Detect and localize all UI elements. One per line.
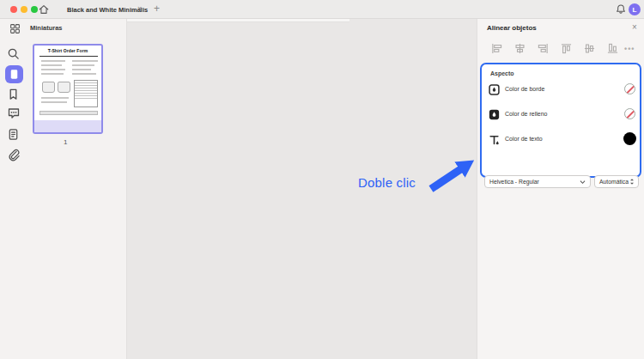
align-objects-panel: Alinear objetos × ••• Aspecto Color de b… xyxy=(477,19,644,359)
thumbnail-document-title: T-Shirt Order Form xyxy=(34,48,101,53)
close-window-button[interactable] xyxy=(10,6,17,13)
align-center-h-icon[interactable] xyxy=(514,42,526,54)
border-color-swatch[interactable] xyxy=(624,83,635,94)
page-thumbnail[interactable]: T-Shirt Order Form xyxy=(33,44,103,134)
align-left-icon[interactable] xyxy=(491,42,503,54)
left-sidebar: Miniaturas T-Shirt Order Form xyxy=(0,19,127,359)
grid-view-icon[interactable] xyxy=(9,23,21,34)
thumbnail-shirt-front xyxy=(42,82,55,93)
font-family-select[interactable]: Helvetica - Regular xyxy=(484,175,591,188)
thumbnail-selection-band xyxy=(34,120,101,132)
comments-icon[interactable] xyxy=(7,106,21,124)
fill-color-swatch[interactable] xyxy=(624,108,635,119)
fill-color-label: Color de relleno xyxy=(505,111,547,117)
font-size-value: Automática xyxy=(599,179,629,185)
pages-icon[interactable] xyxy=(7,128,20,144)
thumbnails-panel-title: Miniaturas xyxy=(30,24,63,32)
bookmarks-icon[interactable] xyxy=(7,88,20,104)
tab-document-title[interactable]: Black and White Minimalis xyxy=(67,6,148,14)
font-dropdown-icon xyxy=(580,180,586,185)
text-color-label: Color de texto xyxy=(505,136,543,142)
align-more-icon[interactable]: ••• xyxy=(624,45,635,53)
text-color-icon xyxy=(489,133,500,144)
align-middle-v-icon[interactable] xyxy=(584,42,596,54)
thumbnails-tab-icon[interactable] xyxy=(5,65,23,83)
user-avatar[interactable]: L xyxy=(629,3,641,15)
align-top-icon[interactable] xyxy=(561,42,573,54)
aspect-title: Aspecto xyxy=(490,70,514,76)
align-bottom-icon[interactable] xyxy=(607,42,619,54)
search-icon[interactable] xyxy=(7,47,20,64)
border-color-icon xyxy=(489,83,500,94)
panel-close-icon[interactable]: × xyxy=(632,22,637,32)
border-color-label: Color de borde xyxy=(505,86,544,92)
thumbnail-shirt-back xyxy=(58,82,70,93)
aspect-panel: Aspecto Color de borde Color de relleno … xyxy=(480,63,641,178)
titlebar: Black and White Minimalis × + L xyxy=(0,0,644,19)
font-size-stepper[interactable]: Automática xyxy=(594,175,639,188)
new-tab-button[interactable]: + xyxy=(154,3,160,15)
zoom-window-button[interactable] xyxy=(31,6,38,13)
notifications-bell-icon[interactable] xyxy=(615,3,627,15)
text-color-swatch[interactable] xyxy=(623,132,636,145)
fill-color-icon xyxy=(489,108,500,119)
minimize-window-button[interactable] xyxy=(21,6,27,13)
stepper-arrows-icon xyxy=(629,177,635,186)
align-right-icon[interactable] xyxy=(538,42,550,54)
pdf-editor-window: Black and White Minimalis × + L Miniatur… xyxy=(0,0,644,359)
font-family-value: Helvetica - Regular xyxy=(489,179,580,185)
thumbnail-page-number: 1 xyxy=(64,138,67,146)
doble-clic-annotation: Doble clic xyxy=(358,175,416,190)
tab-close-icon[interactable]: × xyxy=(137,4,142,13)
home-icon[interactable] xyxy=(38,3,50,15)
panel-title: Alinear objetos xyxy=(487,24,537,32)
attachments-paperclip-icon[interactable] xyxy=(7,148,20,165)
